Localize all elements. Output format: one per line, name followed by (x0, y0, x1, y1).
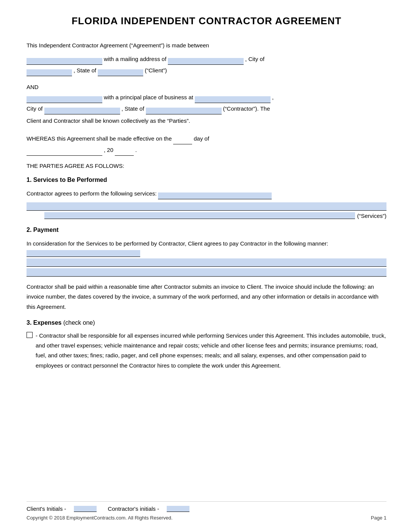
services-label: (“Services”) (357, 213, 387, 219)
intro-block: This Independent Contractor Agreement (“… (27, 41, 386, 50)
month-field[interactable] (27, 149, 102, 156)
checkbox1[interactable] (27, 332, 33, 338)
with-mailing-label: with a mailing address of (104, 53, 166, 65)
page-title: FLORIDA INDEPENDENT CONTRACTOR AGREEMENT (27, 15, 386, 27)
contractor-row2: City of , State of (“Contractor”). The (27, 103, 386, 114)
services-line2-row: (“Services”) (27, 212, 386, 219)
state-of-label1: , State of (74, 65, 96, 76)
payment-intro-label: In consideration for the Services to be … (27, 238, 328, 249)
services-intro-label: Contractor agrees to perform the followi… (27, 188, 156, 199)
whereas-row1: WHEREAS this Agreement shall be made eff… (27, 133, 386, 144)
section1: 1. Services to Be Performed Contractor a… (27, 177, 386, 219)
section3: 3. Expenses (check one) - Contractor sha… (27, 319, 386, 371)
services-line1[interactable] (27, 202, 386, 211)
footer-initials-row: Client's Initials - Contractor's initial… (27, 505, 386, 512)
payment-field-block (27, 258, 386, 277)
whereas-block: WHEREAS this Agreement shall be made eff… (27, 133, 386, 156)
payment-body: Contractor shall be paid within a reason… (27, 282, 386, 312)
footer: Client's Initials - Contractor's initial… (27, 501, 386, 521)
contractor-row1: with a principal place of business at , (27, 92, 386, 103)
contractor-city-field[interactable] (44, 108, 120, 114)
city-of-label: , City of (245, 53, 264, 65)
year-field[interactable] (115, 149, 134, 156)
services-line2[interactable] (44, 212, 355, 219)
contractor-name-field[interactable] (27, 96, 102, 103)
section3-heading: 3. Expenses (check one) (27, 319, 386, 326)
clients-initials-field[interactable] (74, 506, 97, 512)
day-of-label: day of (194, 133, 209, 144)
contractor-label: (“Contractor”). The (223, 103, 270, 114)
payment-line2[interactable] (27, 268, 386, 277)
contractor-state-field[interactable] (146, 108, 222, 114)
copyright-text: Copyright © 2018 EmploymentContracts.com… (27, 515, 172, 521)
services-field-inline[interactable] (158, 192, 272, 199)
services-field-block: (“Services”) (27, 202, 386, 219)
and-label: AND (27, 84, 386, 90)
client-label: (“Client”) (145, 65, 167, 76)
principal-place-label: with a principal place of business at (104, 92, 193, 103)
section2: 2. Payment In consideration for the Serv… (27, 227, 386, 312)
parties-note: Client and Contractor shall be known col… (27, 116, 386, 126)
contractor-section: with a principal place of business at , … (27, 92, 386, 126)
intro-row2: , State of (“Client”) (27, 65, 386, 76)
city-of-label2: City of (27, 103, 43, 114)
intro-line1: This Independent Contractor Agreement (“… (27, 42, 209, 49)
whereas-row2: , 20 . (27, 144, 386, 156)
contractors-initials-field[interactable] (167, 506, 189, 512)
payment-line1[interactable] (27, 258, 386, 267)
payment-intro-row: In consideration for the Services to be … (27, 238, 386, 257)
intro-row1: with a mailing address of , City of (27, 53, 386, 65)
parties-agree: THE PARTIES AGREE AS FOLLOWS: (27, 163, 386, 169)
mailing-address-field[interactable] (168, 58, 244, 65)
page: FLORIDA INDEPENDENT CONTRACTOR AGREEMENT… (0, 0, 413, 532)
day-field[interactable] (173, 138, 192, 144)
client-state-field[interactable] (98, 69, 143, 76)
section2-heading: 2. Payment (27, 227, 386, 233)
client-name-field[interactable] (27, 58, 102, 65)
section1-heading: 1. Services to Be Performed (27, 177, 386, 183)
whereas-text1: WHEREAS this Agreement shall be made eff… (27, 133, 172, 144)
checkbox-block1: - Contractor shall be responsible for al… (27, 331, 386, 371)
comma-20-label: , 20 (104, 144, 113, 156)
principal-address-field[interactable] (195, 96, 271, 103)
services-intro-row: Contractor agrees to perform the followi… (27, 188, 386, 199)
client-city-field[interactable] (27, 69, 72, 76)
page-number: Page 1 (371, 515, 386, 521)
intro-section: This Independent Contractor Agreement (“… (27, 41, 386, 76)
period: . (135, 144, 137, 156)
checkbox1-text: - Contractor shall be responsible for al… (36, 331, 386, 371)
footer-copyright-row: Copyright © 2018 EmploymentContracts.com… (27, 515, 386, 521)
payment-field-inline[interactable] (27, 250, 140, 257)
state-of-label2: , State of (122, 103, 144, 114)
clients-initials-label: Client's Initials - (27, 505, 66, 512)
contractors-initials-label: Contractor's initials - (108, 505, 159, 512)
